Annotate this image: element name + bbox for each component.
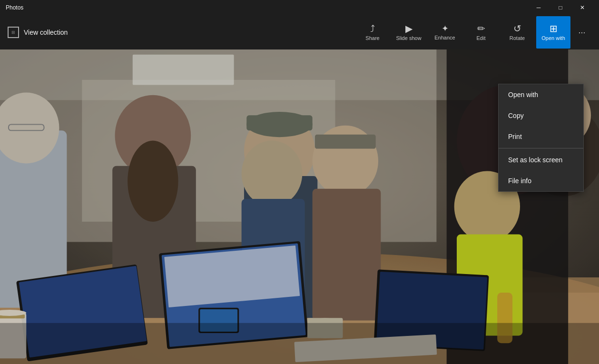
- collection-icon: ⊞: [8, 27, 19, 38]
- view-collection-label: View collection: [24, 29, 68, 36]
- dropdown-divider: [499, 148, 583, 148]
- enhance-button[interactable]: ✦ Enhance: [428, 16, 462, 49]
- share-button[interactable]: ⤴ Share: [355, 16, 390, 49]
- window-controls: ─ □ ✕: [528, 0, 593, 15]
- edit-button[interactable]: ✏ Edit: [464, 16, 498, 49]
- more-icon: ···: [578, 28, 585, 38]
- file-info-menu-label: File info: [508, 177, 531, 185]
- enhance-label: Enhance: [434, 35, 455, 40]
- dropdown-copy[interactable]: Copy: [499, 105, 583, 126]
- print-menu-label: Print: [508, 133, 522, 140]
- dropdown-open-with[interactable]: Open with: [499, 84, 583, 105]
- share-label: Share: [365, 35, 379, 41]
- close-button[interactable]: ✕: [571, 0, 593, 15]
- rotate-icon: ↺: [513, 24, 521, 33]
- slideshow-label: Slide show: [396, 35, 421, 41]
- slideshow-button[interactable]: ▶ Slide show: [392, 16, 426, 49]
- dropdown-menu: Open with Copy Print Set as lock screen …: [498, 84, 584, 192]
- rotate-button[interactable]: ↺ Rotate: [500, 16, 534, 49]
- enhance-icon: ✦: [442, 24, 449, 33]
- dropdown-file-info[interactable]: File info: [499, 170, 583, 191]
- toolbar-right: ⤴ Share ▶ Slide show ✦ Enhance ✏ Edit ↺ …: [355, 16, 591, 49]
- rotate-label: Rotate: [510, 35, 525, 41]
- minimize-button[interactable]: ─: [528, 0, 550, 15]
- toolbar-left: ⊞ View collection: [8, 27, 355, 38]
- open-with-icon: ⊞: [550, 24, 558, 33]
- app-title: Photos: [6, 4, 528, 11]
- dropdown-lock-screen[interactable]: Set as lock screen: [499, 149, 583, 170]
- edit-label: Edit: [477, 35, 486, 41]
- lock-screen-menu-label: Set as lock screen: [508, 156, 562, 164]
- maximize-button[interactable]: □: [550, 0, 571, 15]
- open-with-label: Open with: [541, 35, 565, 41]
- slideshow-icon: ▶: [405, 24, 412, 33]
- more-button[interactable]: ···: [572, 16, 591, 49]
- open-with-menu-label: Open with: [508, 91, 538, 98]
- toolbar: ⊞ View collection ⤴ Share ▶ Slide show ✦…: [0, 15, 599, 49]
- title-bar: Photos ─ □ ✕: [0, 0, 599, 15]
- main-image-area: Open with Copy Print Set as lock screen …: [0, 49, 599, 364]
- copy-menu-label: Copy: [508, 112, 524, 119]
- open-with-button[interactable]: ⊞ Open with: [536, 16, 570, 49]
- edit-icon: ✏: [477, 24, 485, 33]
- svg-rect-47: [0, 323, 599, 364]
- dropdown-print[interactable]: Print: [499, 126, 583, 147]
- share-icon: ⤴: [370, 24, 375, 33]
